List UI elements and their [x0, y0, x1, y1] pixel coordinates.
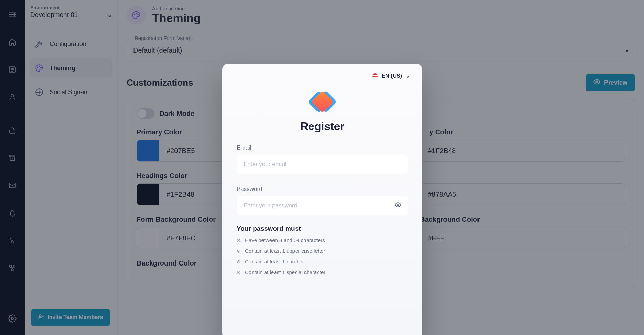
register-preview-modal: EN (US) ⌄ Register Email Password Your p…: [222, 64, 422, 335]
password-rules-heading: Your password must: [237, 225, 408, 233]
language-selector[interactable]: EN (US) ⌄: [372, 73, 410, 79]
circle-x-icon: ⊗: [237, 238, 241, 243]
password-rule: ⊗Contain at least 1 upper-case letter: [237, 248, 408, 254]
chevron-down-icon: ⌄: [406, 73, 410, 79]
svg-point-27: [397, 204, 399, 206]
circle-x-icon: ⊗: [237, 259, 241, 264]
email-label: Email: [237, 144, 408, 151]
password-label: Password: [237, 186, 408, 193]
password-rule: ⊗Have between 8 and 64 characters: [237, 237, 408, 243]
eye-icon[interactable]: [394, 201, 402, 210]
language-label: EN (US): [382, 73, 402, 79]
password-rule: ⊗Contain at least 1 special character: [237, 269, 408, 275]
brand-logo: [237, 94, 408, 110]
email-field[interactable]: [237, 155, 408, 174]
password-rules-list: ⊗Have between 8 and 64 characters ⊗Conta…: [237, 237, 408, 275]
circle-x-icon: ⊗: [237, 248, 241, 254]
flag-us-icon: [372, 73, 378, 79]
circle-x-icon: ⊗: [237, 270, 241, 275]
password-rule: ⊗Contain at least 1 number: [237, 259, 408, 264]
modal-title: Register: [237, 120, 408, 133]
password-field[interactable]: [237, 196, 408, 215]
